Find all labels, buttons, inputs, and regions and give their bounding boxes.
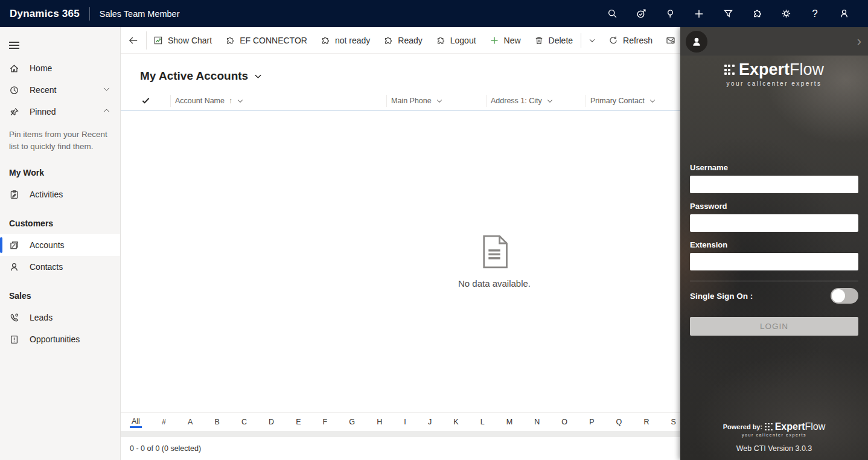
view-chevron-down-icon [254,72,263,81]
new-label: New [504,36,521,45]
jump-letter[interactable]: D [267,417,276,427]
jump-letter[interactable]: K [452,417,460,427]
column-header-address-city[interactable]: Address 1: City [486,95,586,107]
sidebar-item-recent[interactable]: Recent [0,79,120,101]
filter-icon[interactable] [713,0,742,27]
jump-letter[interactable]: # [160,417,168,427]
jump-letter[interactable]: G [347,417,357,427]
sidebar-item-activities[interactable]: Activities [0,184,120,205]
help-icon[interactable]: ? [800,0,829,27]
account-icon[interactable] [829,0,858,27]
hamburger-menu-icon[interactable] [0,33,27,57]
jump-letter[interactable]: M [505,417,514,427]
jump-letter[interactable]: C [240,417,249,427]
jump-letter[interactable]: I [402,417,407,427]
jump-letter[interactable]: B [212,417,221,427]
back-button[interactable] [121,35,146,46]
logo-light-text: Flow [805,421,825,432]
jump-letter[interactable]: A [186,417,194,427]
dynamics-brand[interactable]: Dynamics 365 [10,8,80,20]
panel-collapse-chevron-icon[interactable]: › [857,35,863,48]
sidebar-item-label: Leads [30,313,53,322]
jump-letter[interactable]: J [426,417,433,427]
sidebar-item-accounts[interactable]: Accounts [0,234,120,256]
password-input[interactable] [690,214,858,232]
pin-icon [9,107,19,117]
view-title: My Active Accounts [140,69,248,83]
jump-letter[interactable]: E [294,417,302,427]
phone-gear-icon [9,313,19,323]
not-ready-button[interactable]: not ready [314,27,377,54]
column-header-main-phone[interactable]: Main Phone [386,95,486,107]
sidebar-section-my-work: My Work [0,155,120,184]
sidebar-item-label: Contacts [30,262,63,272]
column-chevron-icon [546,97,554,104]
puzzle-icon[interactable] [742,0,771,27]
jump-letter[interactable]: Q [614,417,624,427]
agent-avatar-icon[interactable] [686,31,707,53]
jump-letter[interactable]: O [560,417,569,427]
select-all-checkmark[interactable] [121,96,170,105]
jump-letter[interactable]: S [669,417,678,427]
username-input[interactable] [690,176,858,193]
lightbulb-icon[interactable] [656,0,685,27]
jump-letter[interactable]: F [321,417,330,427]
ready-button[interactable]: Ready [377,27,429,54]
search-icon[interactable] [598,0,627,27]
settings-gear-icon[interactable] [771,0,800,27]
doc-exclaim-icon [9,334,19,345]
not-ready-label: not ready [335,36,370,45]
logout-label: Logout [450,36,476,45]
jump-letter[interactable]: P [587,417,596,427]
sidebar-section-sales: Sales [0,278,120,307]
jump-letter[interactable]: H [375,417,384,427]
jump-letter[interactable]: L [479,417,487,427]
plus-icon[interactable] [685,0,713,27]
jump-letter-all[interactable]: All [130,416,142,428]
empty-state-message: No data available. [458,278,531,289]
powered-by-label: Powered by: [723,423,762,430]
sidebar-item-opportunities[interactable]: Opportunities [0,328,120,350]
sso-label: Single Sign On : [690,292,753,301]
expertflow-dots-icon [765,423,773,431]
show-chart-button[interactable]: Show Chart [147,27,219,54]
chevron-down-icon [103,85,110,95]
sidebar-item-contacts[interactable]: Contacts [0,256,120,278]
ready-label: Ready [398,36,422,45]
refresh-label: Refresh [623,36,653,45]
delete-button[interactable]: Delete [528,27,579,54]
extension-input[interactable] [690,253,858,270]
column-header-primary-contact[interactable]: Primary Contact [586,95,685,107]
column-header-account-name[interactable]: Account Name ↑ [170,95,386,107]
new-button[interactable]: New [483,27,528,54]
sidebar-item-home[interactable]: Home [0,57,120,79]
check-circle-arrow-icon[interactable] [627,0,656,27]
contact-person-icon [9,262,19,272]
sort-ascending-icon: ↑ [229,97,232,105]
ef-connector-button[interactable]: EF CONNECTOR [219,27,314,54]
column-label: Address 1: City [491,97,542,105]
cti-footer: Powered by: ExpertFlow your callcenter e… [690,421,858,460]
jump-letter[interactable]: R [642,417,651,427]
refresh-button[interactable]: Refresh [602,27,659,54]
sidebar-item-pinned[interactable]: Pinned [0,101,120,123]
sidebar-item-leads[interactable]: Leads [0,307,120,328]
sidebar-item-label: Pinned [30,107,56,117]
delete-label: Delete [549,36,573,45]
cti-version-text: Web CTI Version 3.0.3 [690,444,858,453]
login-button[interactable]: LOGIN [690,317,858,336]
view-selector[interactable]: My Active Accounts [140,69,263,83]
jump-letter[interactable]: N [532,417,541,427]
app-name[interactable]: Sales Team Member [100,9,180,19]
sidebar-section-customers: Customers [0,205,120,234]
more-commands-chevron-icon[interactable] [582,27,602,54]
logout-button[interactable]: Logout [429,27,483,54]
form-divider [690,281,858,281]
cti-login-form: Username Password Extension Single Sign … [690,155,858,336]
record-count-text: 0 - 0 of 0 (0 selected) [130,444,201,453]
sso-toggle-off[interactable] [831,288,858,304]
cti-login-panel: › ExpertFlow your callcenter experts Use… [680,27,868,460]
topnav-icon-group: ? [598,0,858,27]
cti-panel-body: ExpertFlow your callcenter experts Usern… [680,56,868,460]
logo-tagline-small: your callcenter experts [690,433,858,437]
